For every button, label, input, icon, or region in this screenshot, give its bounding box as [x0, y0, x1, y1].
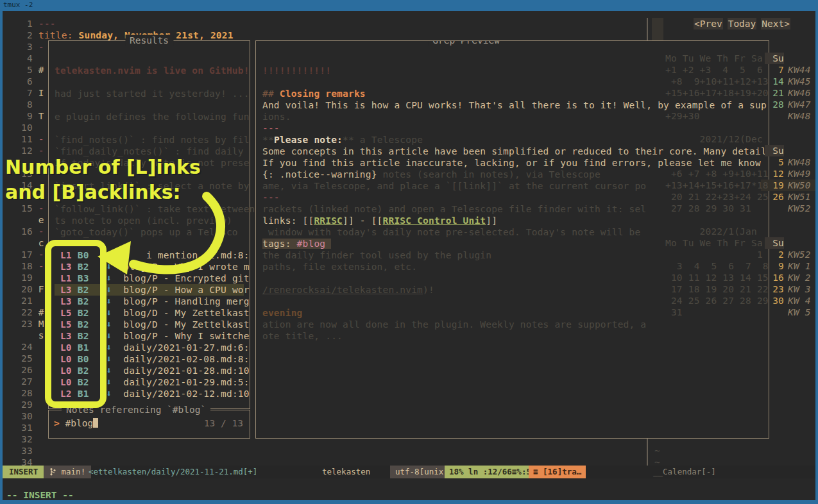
line-number: 6 [21, 76, 33, 87]
calendar-day[interactable]: 26 [765, 191, 784, 203]
calendar-prev-button[interactable]: <Prev [694, 18, 723, 29]
preview-text: links: [[ [262, 215, 314, 226]
preview-text: rackets (linked note) and open a Telesco… [262, 204, 646, 214]
calendar-ghost-row: 27 28 29 30 31 [665, 203, 751, 214]
buffer-margin-char: # [33, 65, 44, 75]
calendar-day[interactable]: 5 [765, 156, 784, 168]
buffer-margin-char: - [33, 146, 44, 156]
preview-text: a Telescope [354, 135, 423, 145]
results-ghost-row: had just started it yesterday! ... [55, 88, 250, 99]
calendar-ghost-row: +1 +2 +3 4 5 6 [665, 64, 763, 76]
gutter-row: s [21, 330, 44, 341]
preview-text: --- [262, 123, 280, 133]
line-number: 15 [21, 203, 33, 214]
calendar-sunday-header: Su [765, 53, 784, 64]
entry-label: blog/P - Why I wrote m [123, 262, 249, 272]
calendar-today-button[interactable]: Today [728, 18, 757, 29]
line-number: 22 [21, 307, 33, 317]
line-number: 27 [21, 376, 33, 387]
annotation-text-line2: and [B]acklinks: [5, 180, 181, 205]
entry-label: blog/P - Handling merg [123, 296, 249, 307]
prompt-box: Notes referencing `#blog` > #blog 13 / 1… [48, 410, 250, 439]
line-number [21, 215, 33, 225]
calendar-day[interactable]: 9 [765, 260, 784, 272]
search-input[interactable]: > #blog [54, 417, 98, 429]
preview-row: evening [262, 307, 303, 319]
gutter-row: 23 M [21, 318, 44, 330]
calendar-day[interactable]: 16 [765, 272, 784, 283]
calendar-week-number: KW49 [788, 168, 811, 180]
calendar-week-number: KW47 [788, 99, 811, 110]
preview-text: ation are now all done in the plugin. We… [262, 319, 646, 330]
gutter-row: 31 [21, 422, 33, 433]
gutter-row: 32 [21, 433, 33, 445]
cursor-position-info: 18% ln :12/66≡%:50 [445, 466, 540, 478]
gutter-row: 18 - [21, 260, 44, 272]
git-branch-label: main! [62, 467, 86, 476]
calendar-ghost-row: 17 18 19 20 21 22 [665, 283, 769, 295]
buffer-margin-char: - [33, 42, 44, 52]
calendar-week-number: KW46 [788, 87, 811, 99]
results-ghost-row: telekasten.nvim is live on GitHub! [55, 65, 250, 76]
calendar-day[interactable]: 7 [765, 64, 784, 76]
window-separator [647, 437, 648, 466]
line-number: 21 [21, 296, 33, 306]
search-query-text: #blog [65, 418, 93, 428]
calendar-day[interactable]: 23 [765, 283, 784, 295]
gutter-row: 26 [21, 364, 33, 376]
calendar-day[interactable]: 28 [765, 99, 784, 110]
calendar-week-number: KW45 [788, 76, 811, 87]
calendar-day[interactable]: 19 [765, 180, 784, 191]
file-path: <ettelkasten/daily/2021-11-21.md[+] [89, 466, 257, 478]
preview-text: {: .notice--warning} [262, 169, 377, 180]
preview-text: Some concepts in this article have been … [262, 146, 767, 156]
preview-row: --- [262, 122, 280, 134]
calendar-week-number: KW44 [788, 64, 811, 76]
buffer-margin-char: M [33, 319, 44, 329]
calendar-week-number: KW 1 [788, 260, 811, 272]
calendar-day[interactable]: 30 [765, 295, 784, 307]
results-ghost-row: e plugin defines the following fun [55, 111, 250, 122]
preview-text: tags: [262, 239, 297, 249]
buffer-row: --- [38, 18, 56, 29]
gutter-row: 22 # [21, 307, 44, 318]
preview-row: tags: #blog [262, 238, 331, 249]
preview-row: rackets (linked note) and open a Telesco… [262, 203, 646, 215]
calendar-day[interactable]: 12 [765, 168, 784, 180]
calendar-week-number: KW48 [788, 110, 811, 122]
calendar-week-number: KW51 [788, 191, 811, 203]
tmux-title: tmux -2 [3, 1, 33, 9]
buffer-margin-char: - [33, 203, 44, 214]
buffer-margin-char: - [33, 226, 44, 237]
calendar-day[interactable]: 14 [765, 76, 784, 87]
gutter-row: 5 # [21, 64, 44, 76]
buffer-margin-char: I [33, 88, 44, 98]
line-number: 30 [21, 411, 33, 421]
line-number: 28 [21, 388, 33, 398]
line-number: 29 [21, 399, 33, 410]
preview-row: And voila! This is how a CPU works! That… [262, 99, 767, 111]
line-number: 17 [21, 249, 33, 260]
gutter-row: 20 F [21, 283, 44, 295]
line-number: 9 [21, 111, 33, 121]
line-number: 7 [21, 88, 33, 98]
gutter-row: 1 [21, 18, 33, 29]
calendar-day[interactable]: 2 [765, 249, 784, 260]
preview-text: --- [262, 192, 280, 203]
calendar-ghost-row: 10 11 12 13 14 15 [665, 272, 769, 283]
preview-row: /renerocksai/telekasten.nvim)! [262, 284, 434, 296]
preview-text: ** [343, 135, 354, 145]
calendar-week-number: KW 3 [788, 283, 811, 295]
buffer-margin-char: # [33, 307, 44, 317]
line-number: 19 [21, 273, 33, 283]
git-branch-segment: main! [44, 466, 91, 478]
gutter-row: 9 T [21, 110, 44, 122]
calendar-day[interactable]: 21 [765, 87, 784, 99]
line-number: 11 [21, 134, 33, 144]
line-number: 10 [21, 122, 33, 133]
buffer-margin-char: - [33, 249, 44, 260]
gutter-row: 17 - [21, 249, 44, 260]
warning-segment: ≡ [16]tra… [529, 466, 586, 478]
calendar-next-button[interactable]: Next> [761, 18, 790, 29]
entry-label: blog/D - My Zettelkast [123, 308, 249, 318]
